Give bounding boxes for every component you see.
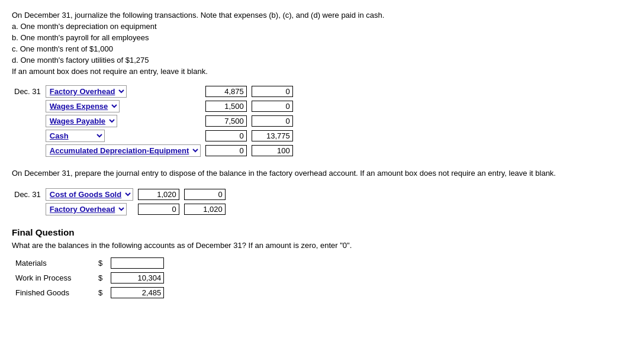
credit-input-2[interactable] [252,101,293,112]
materials-dollar: $ [95,256,107,270]
materials-input[interactable] [111,257,164,269]
debit-input-5[interactable] [205,145,247,156]
debit-input-j2-1[interactable] [138,189,179,200]
dispose-instruction: On December 31, prepare the journal entr… [12,169,606,178]
credit-cell-2 [249,99,295,114]
balance-row-wip: Work in Process $ [12,270,168,285]
table-row: Factory Overhead [12,202,228,217]
finished-goods-input[interactable] [111,287,164,298]
table-row: Dec. 31 Factory Overhead [12,84,295,99]
debit-input-3[interactable] [205,115,247,127]
table-row: Cash [12,128,295,143]
journal-table-2: Dec. 31 Cost of Goods Sold [12,187,228,217]
debit-cell-j2-1 [136,187,182,202]
final-question-heading: Final Question [12,227,606,237]
debit-input-j2-2[interactable] [138,204,179,215]
account-cell-j2-1: Cost of Goods Sold [43,187,136,202]
empty-date-cell [12,143,43,158]
account-cell-4: Cash [43,128,203,143]
credit-cell-j2-2 [182,202,228,217]
balance-table: Materials $ Work in Process $ [12,256,168,300]
materials-input-cell [107,256,168,270]
journal-date-2: Dec. 31 [12,187,43,202]
debit-input-2[interactable] [205,101,247,112]
empty-date-cell [12,99,43,114]
credit-cell-1 [249,84,295,99]
final-question-section: Final Question What are the balances in … [12,227,606,300]
credit-cell-5 [249,143,295,158]
journal-date-1: Dec. 31 [12,84,43,99]
account-select-1[interactable]: Factory Overhead [46,85,127,98]
dispose-instruction-block: On December 31, prepare the journal entr… [12,169,606,178]
finished-goods-dollar: $ [95,285,107,300]
empty-date-cell [12,128,43,143]
instructions-block: On December 31, journalize the following… [12,11,606,76]
account-select-2[interactable]: Wages Expense [46,100,120,112]
table-row: Wages Expense [12,99,295,114]
wip-label: Work in Process [12,270,95,285]
credit-cell-3 [249,114,295,128]
journal-table-1: Dec. 31 Factory Overhead [12,84,295,158]
account-select-5[interactable]: Accumulated Depreciation-Equipment [46,144,201,157]
instruction-b: b. One month's payroll for all employees [12,33,606,42]
debit-cell-5 [203,143,249,158]
account-cell-1: Factory Overhead [43,84,203,99]
account-select-j2-1[interactable]: Cost of Goods Sold [46,188,133,201]
finished-goods-label: Finished Goods [12,285,95,300]
empty-date-cell [12,202,43,217]
balance-row-materials: Materials $ [12,256,168,270]
materials-label: Materials [12,256,95,270]
account-cell-5: Accumulated Depreciation-Equipment [43,143,203,158]
account-cell-2: Wages Expense [43,99,203,114]
account-select-4[interactable]: Cash [46,130,105,142]
instruction-a: a. One month's depreciation on equipment [12,22,606,31]
date-label-2: Dec. 31 [14,190,41,199]
credit-input-3[interactable] [252,115,293,127]
final-question-instruction: What are the balances in the following a… [12,241,606,250]
table-row: Wages Payable [12,114,295,128]
instruction-d: d. One month's factory utilities of $1,2… [12,56,606,65]
account-cell-3: Wages Payable [43,114,203,128]
credit-input-1[interactable] [252,86,293,97]
table-row: Dec. 31 Cost of Goods Sold [12,187,228,202]
table-row: Accumulated Depreciation-Equipment [12,143,295,158]
date-label: Dec. 31 [14,87,41,96]
debit-cell-3 [203,114,249,128]
debit-input-1[interactable] [205,86,247,97]
credit-input-j2-2[interactable] [184,204,226,215]
balance-row-finished-goods: Finished Goods $ [12,285,168,300]
journal-section-1: Dec. 31 Factory Overhead [12,84,606,158]
account-cell-j2-2: Factory Overhead [43,202,136,217]
journal-section-2: Dec. 31 Cost of Goods Sold [12,187,606,217]
debit-input-4[interactable] [205,130,247,141]
main-instruction: On December 31, journalize the following… [12,11,606,20]
credit-cell-j2-1 [182,187,228,202]
credit-input-j2-1[interactable] [184,189,226,200]
debit-cell-4 [203,128,249,143]
debit-cell-j2-2 [136,202,182,217]
credit-input-4[interactable] [252,130,293,141]
wip-dollar: $ [95,270,107,285]
account-select-j2-2[interactable]: Factory Overhead [46,203,127,215]
wip-input[interactable] [111,272,164,284]
if-blank-instruction: If an amount box does not require an ent… [12,67,606,76]
empty-date-cell [12,114,43,128]
wip-input-cell [107,270,168,285]
credit-input-5[interactable] [252,145,293,156]
debit-cell-1 [203,84,249,99]
debit-cell-2 [203,99,249,114]
instruction-c: c. One month's rent of $1,000 [12,44,606,53]
finished-goods-input-cell [107,285,168,300]
credit-cell-4 [249,128,295,143]
account-select-3[interactable]: Wages Payable [46,115,117,127]
